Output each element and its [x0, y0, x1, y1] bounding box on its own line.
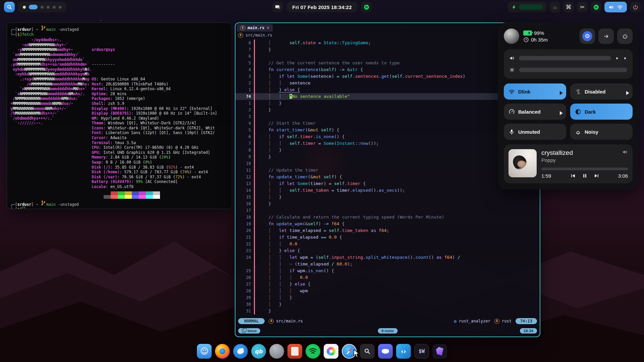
volume-icon [608, 4, 614, 10]
spotify-tray-button[interactable] [591, 2, 601, 12]
workspace-5[interactable] [53, 6, 56, 9]
info-line: Font: Liberation Sans (12pt) [Qt], Sans … [92, 130, 217, 135]
vscode-dock-icon[interactable]: ‹› [396, 344, 411, 359]
code-line: 29 │ │ } [235, 294, 540, 301]
spotify-icon [593, 4, 599, 10]
volume-slider[interactable] [519, 56, 611, 60]
editor-window[interactable]: R main.rs × R src/main.rs 8 │ self.state… [235, 22, 540, 337]
git-status: -unstaged [58, 27, 79, 32]
toggle-dark[interactable]: Dark [570, 104, 633, 120]
wallpaper-stars [101, 20, 101, 21]
workspace-switcher[interactable] [18, 2, 66, 12]
info-line: Host: 20L8S90R00 (ThinkPad T480s) [92, 82, 217, 87]
search-dock-icon[interactable] [360, 344, 375, 359]
next-track-icon[interactable] [594, 173, 599, 179]
photos-dock-icon[interactable] [324, 344, 338, 359]
shutdown-button[interactable] [617, 28, 633, 44]
palette-swatch [139, 191, 146, 195]
info-line: Kernel: Linux 6.12.4-gentoo-x86_64 [92, 86, 217, 92]
code-line: 7 │ │ self.timer = Some(Instant::now()); [235, 140, 540, 147]
charging-bolt-icon [511, 4, 517, 10]
brightness-slider[interactable] [519, 68, 627, 72]
info-line: Display (BOE0791): 644x362 @ 60 Hz in … [92, 111, 217, 116]
editor-statusline: NORMAL Rsrc/main.rs ⚙rust_analyzer Rrust… [235, 317, 540, 325]
gimp-dock-icon[interactable] [269, 344, 284, 359]
workspace-4[interactable] [47, 6, 50, 9]
tmux-window[interactable]: 0:nvim [378, 328, 397, 334]
line-number: 16 [235, 200, 254, 207]
firefox-dock-icon[interactable] [215, 344, 230, 359]
launcher-search-button[interactable] [4, 2, 15, 12]
thunderbird-dock-icon[interactable] [233, 344, 248, 359]
line-number: 5 [235, 60, 254, 66]
tray-eject-button[interactable] [549, 2, 560, 12]
command-icon: ⌘ [566, 4, 572, 10]
obsidian-dock-icon[interactable] [432, 344, 447, 359]
system-info: srdusr@xyz ---------- OS: Gentoo Linux x… [92, 38, 217, 189]
toggle-disabled[interactable]: Disabled [570, 83, 633, 100]
toggle-balanced[interactable]: Balanced [504, 104, 566, 120]
tmux-session[interactable]: tmux [238, 328, 260, 334]
info-line: OS: Gentoo Linux x86_64 [92, 77, 217, 82]
workspace-1[interactable] [23, 6, 26, 9]
line-number: 27 [235, 281, 254, 288]
spotify-icon [364, 4, 369, 10]
tab-main-rs[interactable]: R main.rs × [237, 24, 273, 32]
toggle-noisy[interactable]: Noisy [570, 124, 633, 140]
terminal-cursor [22, 207, 25, 209]
tab-close-icon[interactable]: × [267, 25, 269, 30]
wezterm-dock-icon[interactable]: $W [414, 344, 429, 359]
workspace-2[interactable] [29, 5, 38, 9]
line-number: 6 [235, 53, 254, 60]
ascii-art-line: `-//////:--. [10, 121, 92, 126]
line-number: 6 [235, 133, 254, 140]
fetch-output: -/oyddmdhs+:. -odNMMMMMMMMNNmhy+-` -yNMM… [10, 38, 228, 189]
previous-track-icon[interactable] [570, 173, 576, 179]
info-line: Shell: zsh 5.9 [92, 101, 217, 106]
wifi-icon [617, 4, 623, 10]
search-icon [7, 4, 12, 10]
keybinds-button[interactable]: ⌘ [563, 2, 574, 12]
media-spotify-button[interactable] [361, 2, 372, 12]
code-line: 25 │ │ if wpm.is_nan() { [235, 267, 540, 274]
power-button[interactable] [630, 2, 641, 12]
track-progress[interactable] [541, 168, 628, 170]
pause-icon[interactable] [582, 173, 588, 179]
info-line: CPU: Intel(R) Core(TM) i7-8650U (8) @ 4.… [92, 145, 217, 150]
info-line: Terminal: tmux 3.5a [92, 140, 217, 145]
toggle-dlink[interactable]: Dlink [504, 83, 566, 100]
output-select-icon[interactable] [623, 56, 627, 60]
player-volume-icon[interactable] [622, 149, 628, 155]
line-number: 28 [235, 288, 254, 294]
workspace-3[interactable] [41, 6, 44, 9]
line-number: 10 [235, 160, 254, 167]
mouse-cursor [353, 349, 361, 358]
screenshot-button[interactable]: ✂ [577, 2, 588, 12]
code-line: 21 │ if time_elapsed == 0.0 { [235, 234, 540, 241]
volume-network-button[interactable] [604, 2, 627, 12]
zathura-dock-icon[interactable] [287, 344, 302, 359]
palette-swatch [104, 191, 111, 195]
terminal-color-palette [104, 191, 228, 199]
volume-expand-icon[interactable] [615, 56, 619, 60]
code-buffer[interactable]: 8 │ self.state = State::TypingGame;7 }65… [235, 39, 540, 317]
logout-button[interactable] [598, 28, 614, 44]
clock-date[interactable]: Fri 07 Feb 2025 18:34:22 [287, 2, 357, 12]
spotify-dock-icon[interactable] [306, 344, 320, 359]
finder-dock-icon[interactable]: ☺ [197, 344, 212, 359]
battery-percent: 99% [534, 30, 544, 36]
album-art[interactable] [508, 149, 537, 177]
line-number: 14 [235, 187, 254, 194]
notifications-button[interactable] [272, 2, 283, 12]
workspace-6[interactable] [59, 6, 62, 9]
user-avatar[interactable] [504, 28, 519, 44]
git-branch-icon [41, 25, 46, 31]
ascii-art-line: /NMMMNNNNNNNmmmdddddmNMNdso:` [10, 96, 92, 101]
settings-button[interactable]: ⚙ [580, 28, 595, 44]
ascii-art-line: `oNMMMMMMMNNNmmmddddhhmMNhs+` [10, 86, 92, 92]
terminal-window[interactable]: ┌─[srdusr] ~ main -unstaged └─[$]fetch -… [7, 22, 232, 209]
discord-dock-icon[interactable] [378, 344, 393, 359]
qbittorrent-dock-icon[interactable]: qb [251, 344, 266, 359]
toggle-unmuted[interactable]: Unmuted [504, 124, 566, 140]
battery-indicator[interactable] [508, 2, 546, 12]
